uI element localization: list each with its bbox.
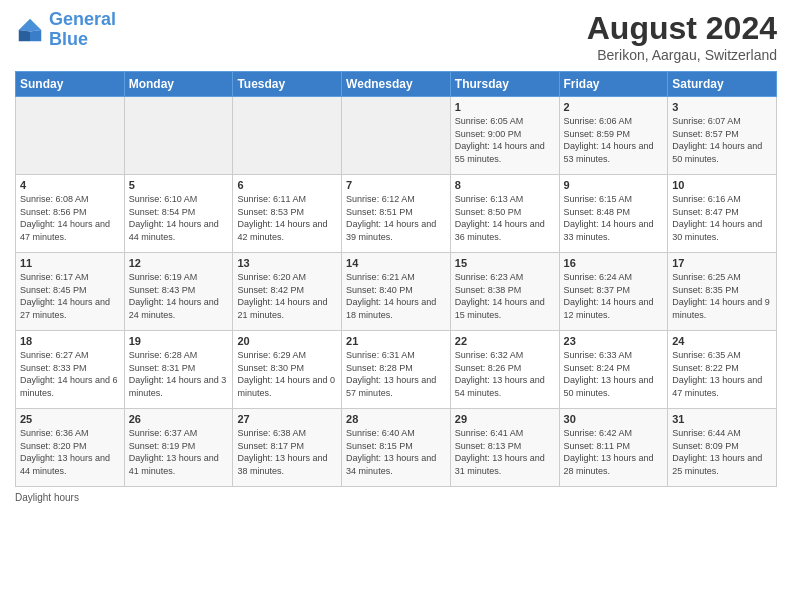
- week-row-3: 11Sunrise: 6:17 AMSunset: 8:45 PMDayligh…: [16, 253, 777, 331]
- day-number: 28: [346, 413, 446, 425]
- day-cell: 18Sunrise: 6:27 AMSunset: 8:33 PMDayligh…: [16, 331, 125, 409]
- day-cell: 5Sunrise: 6:10 AMSunset: 8:54 PMDaylight…: [124, 175, 233, 253]
- day-info: Sunrise: 6:15 AMSunset: 8:48 PMDaylight:…: [564, 193, 664, 243]
- day-cell: 1Sunrise: 6:05 AMSunset: 9:00 PMDaylight…: [450, 97, 559, 175]
- day-cell: [342, 97, 451, 175]
- day-number: 29: [455, 413, 555, 425]
- day-info: Sunrise: 6:42 AMSunset: 8:11 PMDaylight:…: [564, 427, 664, 477]
- day-cell: 16Sunrise: 6:24 AMSunset: 8:37 PMDayligh…: [559, 253, 668, 331]
- day-number: 22: [455, 335, 555, 347]
- header-row: SundayMondayTuesdayWednesdayThursdayFrid…: [16, 72, 777, 97]
- day-info: Sunrise: 6:27 AMSunset: 8:33 PMDaylight:…: [20, 349, 120, 399]
- day-number: 1: [455, 101, 555, 113]
- day-info: Sunrise: 6:36 AMSunset: 8:20 PMDaylight:…: [20, 427, 120, 477]
- day-number: 4: [20, 179, 120, 191]
- day-info: Sunrise: 6:20 AMSunset: 8:42 PMDaylight:…: [237, 271, 337, 321]
- day-number: 31: [672, 413, 772, 425]
- day-cell: 7Sunrise: 6:12 AMSunset: 8:51 PMDaylight…: [342, 175, 451, 253]
- logo-icon: [15, 15, 45, 45]
- day-number: 11: [20, 257, 120, 269]
- day-info: Sunrise: 6:19 AMSunset: 8:43 PMDaylight:…: [129, 271, 229, 321]
- col-header-friday: Friday: [559, 72, 668, 97]
- day-number: 12: [129, 257, 229, 269]
- day-cell: 24Sunrise: 6:35 AMSunset: 8:22 PMDayligh…: [668, 331, 777, 409]
- day-cell: 22Sunrise: 6:32 AMSunset: 8:26 PMDayligh…: [450, 331, 559, 409]
- day-number: 16: [564, 257, 664, 269]
- day-info: Sunrise: 6:44 AMSunset: 8:09 PMDaylight:…: [672, 427, 772, 477]
- day-info: Sunrise: 6:31 AMSunset: 8:28 PMDaylight:…: [346, 349, 446, 399]
- day-number: 21: [346, 335, 446, 347]
- day-cell: 20Sunrise: 6:29 AMSunset: 8:30 PMDayligh…: [233, 331, 342, 409]
- day-cell: [16, 97, 125, 175]
- day-info: Sunrise: 6:21 AMSunset: 8:40 PMDaylight:…: [346, 271, 446, 321]
- day-cell: 25Sunrise: 6:36 AMSunset: 8:20 PMDayligh…: [16, 409, 125, 487]
- day-cell: [233, 97, 342, 175]
- day-number: 2: [564, 101, 664, 113]
- day-cell: 21Sunrise: 6:31 AMSunset: 8:28 PMDayligh…: [342, 331, 451, 409]
- day-number: 6: [237, 179, 337, 191]
- col-header-sunday: Sunday: [16, 72, 125, 97]
- day-number: 30: [564, 413, 664, 425]
- day-info: Sunrise: 6:35 AMSunset: 8:22 PMDaylight:…: [672, 349, 772, 399]
- day-cell: 9Sunrise: 6:15 AMSunset: 8:48 PMDaylight…: [559, 175, 668, 253]
- day-info: Sunrise: 6:38 AMSunset: 8:17 PMDaylight:…: [237, 427, 337, 477]
- day-number: 26: [129, 413, 229, 425]
- day-info: Sunrise: 6:33 AMSunset: 8:24 PMDaylight:…: [564, 349, 664, 399]
- month-title: August 2024: [587, 10, 777, 47]
- day-number: 7: [346, 179, 446, 191]
- col-header-thursday: Thursday: [450, 72, 559, 97]
- day-cell: 26Sunrise: 6:37 AMSunset: 8:19 PMDayligh…: [124, 409, 233, 487]
- day-cell: [124, 97, 233, 175]
- day-cell: 10Sunrise: 6:16 AMSunset: 8:47 PMDayligh…: [668, 175, 777, 253]
- day-info: Sunrise: 6:40 AMSunset: 8:15 PMDaylight:…: [346, 427, 446, 477]
- location: Berikon, Aargau, Switzerland: [587, 47, 777, 63]
- daylight-label: Daylight hours: [15, 492, 79, 503]
- col-header-monday: Monday: [124, 72, 233, 97]
- day-info: Sunrise: 6:29 AMSunset: 8:30 PMDaylight:…: [237, 349, 337, 399]
- day-cell: 30Sunrise: 6:42 AMSunset: 8:11 PMDayligh…: [559, 409, 668, 487]
- day-cell: 11Sunrise: 6:17 AMSunset: 8:45 PMDayligh…: [16, 253, 125, 331]
- day-cell: 12Sunrise: 6:19 AMSunset: 8:43 PMDayligh…: [124, 253, 233, 331]
- day-cell: 17Sunrise: 6:25 AMSunset: 8:35 PMDayligh…: [668, 253, 777, 331]
- day-cell: 14Sunrise: 6:21 AMSunset: 8:40 PMDayligh…: [342, 253, 451, 331]
- day-info: Sunrise: 6:23 AMSunset: 8:38 PMDaylight:…: [455, 271, 555, 321]
- day-info: Sunrise: 6:10 AMSunset: 8:54 PMDaylight:…: [129, 193, 229, 243]
- day-number: 27: [237, 413, 337, 425]
- calendar-table: SundayMondayTuesdayWednesdayThursdayFrid…: [15, 71, 777, 487]
- day-number: 10: [672, 179, 772, 191]
- day-number: 9: [564, 179, 664, 191]
- week-row-1: 1Sunrise: 6:05 AMSunset: 9:00 PMDaylight…: [16, 97, 777, 175]
- day-number: 19: [129, 335, 229, 347]
- day-info: Sunrise: 6:37 AMSunset: 8:19 PMDaylight:…: [129, 427, 229, 477]
- day-info: Sunrise: 6:32 AMSunset: 8:26 PMDaylight:…: [455, 349, 555, 399]
- day-number: 23: [564, 335, 664, 347]
- day-info: Sunrise: 6:25 AMSunset: 8:35 PMDaylight:…: [672, 271, 772, 321]
- day-number: 8: [455, 179, 555, 191]
- svg-marker-3: [19, 30, 30, 41]
- week-row-2: 4Sunrise: 6:08 AMSunset: 8:56 PMDaylight…: [16, 175, 777, 253]
- logo-blue: Blue: [49, 29, 88, 49]
- day-info: Sunrise: 6:28 AMSunset: 8:31 PMDaylight:…: [129, 349, 229, 399]
- col-header-saturday: Saturday: [668, 72, 777, 97]
- day-info: Sunrise: 6:06 AMSunset: 8:59 PMDaylight:…: [564, 115, 664, 165]
- daylight-footer: Daylight hours: [15, 492, 777, 503]
- day-cell: 29Sunrise: 6:41 AMSunset: 8:13 PMDayligh…: [450, 409, 559, 487]
- day-info: Sunrise: 6:11 AMSunset: 8:53 PMDaylight:…: [237, 193, 337, 243]
- page-container: General Blue August 2024 Berikon, Aargau…: [0, 0, 792, 612]
- day-number: 25: [20, 413, 120, 425]
- page-header: General Blue August 2024 Berikon, Aargau…: [15, 10, 777, 63]
- logo-text: General Blue: [49, 10, 116, 50]
- day-cell: 19Sunrise: 6:28 AMSunset: 8:31 PMDayligh…: [124, 331, 233, 409]
- week-row-5: 25Sunrise: 6:36 AMSunset: 8:20 PMDayligh…: [16, 409, 777, 487]
- day-cell: 6Sunrise: 6:11 AMSunset: 8:53 PMDaylight…: [233, 175, 342, 253]
- day-info: Sunrise: 6:05 AMSunset: 9:00 PMDaylight:…: [455, 115, 555, 165]
- col-header-wednesday: Wednesday: [342, 72, 451, 97]
- day-cell: 27Sunrise: 6:38 AMSunset: 8:17 PMDayligh…: [233, 409, 342, 487]
- day-number: 17: [672, 257, 772, 269]
- day-cell: 23Sunrise: 6:33 AMSunset: 8:24 PMDayligh…: [559, 331, 668, 409]
- day-cell: 31Sunrise: 6:44 AMSunset: 8:09 PMDayligh…: [668, 409, 777, 487]
- day-number: 13: [237, 257, 337, 269]
- day-number: 15: [455, 257, 555, 269]
- day-info: Sunrise: 6:07 AMSunset: 8:57 PMDaylight:…: [672, 115, 772, 165]
- day-number: 3: [672, 101, 772, 113]
